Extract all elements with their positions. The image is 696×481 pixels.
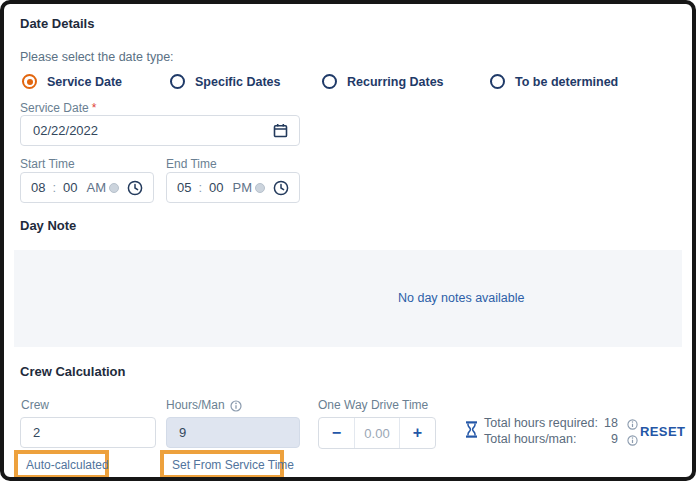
time-separator: : [52, 180, 56, 195]
info-icon[interactable] [627, 419, 638, 430]
crew-value: 2 [21, 425, 40, 440]
start-hour[interactable]: 08 [31, 180, 45, 195]
info-icon[interactable] [627, 435, 638, 446]
end-meridiem[interactable]: PM [233, 180, 253, 195]
start-time-input[interactable]: 08 : 00 AM [20, 172, 154, 203]
start-minute[interactable]: 00 [63, 180, 77, 195]
date-details-form: Date Details Please select the date type… [0, 0, 696, 481]
hours-man-input: 9 [166, 417, 300, 448]
clock-icon[interactable] [127, 180, 143, 196]
hours-man-label: Hours/Man [166, 398, 242, 412]
day-note-title: Day Note [20, 218, 76, 233]
radio-service-date-label: Service Date [47, 75, 122, 89]
auto-calculated-text: Auto-calculated [26, 458, 109, 472]
total-hours-required-value: 18 [602, 416, 618, 430]
radio-unselected-icon[interactable] [170, 74, 185, 89]
date-details-title: Date Details [20, 16, 94, 31]
start-meridiem[interactable]: AM [87, 180, 107, 195]
reset-button[interactable]: RESET [640, 424, 685, 439]
total-hours-required-label: Total hours required: [484, 416, 598, 430]
radio-specific-dates-label: Specific Dates [195, 75, 280, 89]
auto-calculated-callout: Auto-calculated [14, 450, 109, 479]
day-note-panel: No day notes available [14, 250, 682, 347]
decrement-button[interactable]: − [319, 418, 354, 448]
service-date-label: Service Date* [20, 101, 96, 115]
increment-button[interactable]: + [400, 418, 435, 448]
one-way-drive-time-stepper: − 0.00 + [318, 417, 436, 449]
calendar-icon[interactable] [273, 123, 288, 138]
time-separator: : [198, 180, 202, 195]
end-hour[interactable]: 05 [177, 180, 191, 195]
no-day-notes-message: No day notes available [398, 291, 524, 305]
crew-label: Crew [21, 398, 49, 412]
total-hours-man-label: Total hours/man: [484, 432, 598, 446]
crew-calculation-title: Crew Calculation [20, 364, 125, 379]
clear-time-icon[interactable] [109, 183, 119, 193]
total-hours-man-value: 9 [602, 432, 618, 446]
hours-man-value: 9 [167, 425, 186, 440]
date-type-prompt: Please select the date type: [20, 50, 174, 64]
totals-summary: Total hours required: 18 Total hours/man… [484, 416, 638, 446]
hourglass-icon [465, 421, 478, 438]
required-asterisk: * [92, 101, 97, 115]
radio-recurring-dates-label: Recurring Dates [347, 75, 444, 89]
clear-time-icon[interactable] [255, 183, 265, 193]
radio-service-date[interactable]: Service Date [22, 74, 122, 89]
set-from-service-time-text: Set From Service Time [172, 458, 294, 472]
radio-selected-icon[interactable] [22, 74, 37, 89]
crew-input[interactable]: 2 [20, 417, 156, 448]
radio-to-be-determined-label: To be determined [515, 75, 618, 89]
radio-unselected-icon[interactable] [490, 74, 505, 89]
radio-specific-dates[interactable]: Specific Dates [170, 74, 280, 89]
one-way-drive-time-label: One Way Drive Time [318, 398, 428, 412]
end-time-input[interactable]: 05 : 00 PM [166, 172, 300, 203]
start-time-label: Start Time [20, 157, 75, 171]
one-way-drive-time-value[interactable]: 0.00 [354, 418, 400, 448]
radio-unselected-icon[interactable] [322, 74, 337, 89]
service-date-input[interactable]: 02/22/2022 [20, 115, 300, 146]
info-icon[interactable] [230, 400, 242, 412]
end-minute[interactable]: 00 [209, 180, 223, 195]
set-from-service-time-callout: Set From Service Time [160, 450, 284, 479]
service-date-value: 02/22/2022 [21, 123, 98, 138]
radio-recurring-dates[interactable]: Recurring Dates [322, 74, 444, 89]
radio-to-be-determined[interactable]: To be determined [490, 74, 618, 89]
clock-icon[interactable] [273, 180, 289, 196]
end-time-label: End Time [166, 157, 217, 171]
